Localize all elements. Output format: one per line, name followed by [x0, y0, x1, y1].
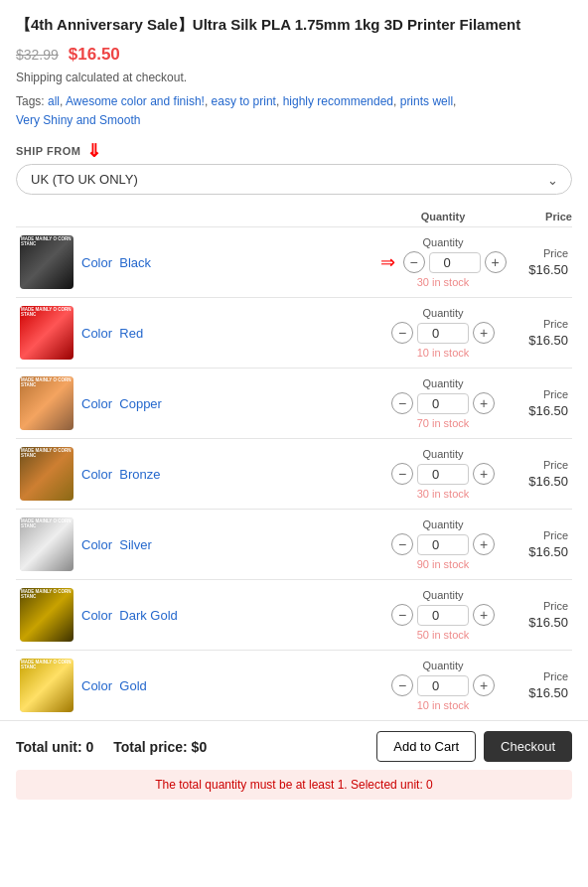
- qty-increase-5[interactable]: +: [473, 533, 495, 555]
- shipping-text: Shipping calculated at checkout.: [16, 71, 572, 84]
- tag-all[interactable]: all: [48, 94, 60, 108]
- color-name-1: Color Black: [81, 255, 151, 270]
- price-header-7: Price: [516, 670, 568, 682]
- qty-input-7[interactable]: [417, 675, 469, 696]
- total-price-label: Total price:: [113, 739, 187, 755]
- tag-awesome[interactable]: Awesome color and finish!: [66, 94, 205, 108]
- qty-cell-1: Quantity ⇒ − + 30 in stock: [373, 227, 513, 298]
- stock-text-1: 30 in stock: [377, 276, 509, 288]
- qty-increase-6[interactable]: +: [473, 604, 495, 626]
- qty-increase-4[interactable]: +: [473, 463, 495, 485]
- ship-from-wrapper: UK (TO UK ONLY) ⌄: [16, 164, 572, 195]
- total-price: Total price: $0: [113, 739, 207, 755]
- qty-input-5[interactable]: [417, 534, 469, 555]
- qty-input-4[interactable]: [417, 464, 469, 485]
- table-row: MADE MAINLY O CORN STANC Color Dark Gold…: [16, 580, 572, 651]
- table-row: MADE MAINLY O CORN STANC Color Red Quant…: [16, 298, 572, 369]
- price-value-3: $16.50: [516, 403, 568, 418]
- qty-increase-1[interactable]: +: [485, 251, 507, 273]
- product-thumb-2: MADE MAINLY O CORN STANC: [20, 306, 74, 360]
- tag-shiny[interactable]: Very Shiny and Smooth: [16, 113, 140, 127]
- qty-label-6: Quantity: [377, 589, 509, 601]
- price-cell-2: Price $16.50: [513, 298, 572, 369]
- price-cell-4: Price $16.50: [513, 439, 572, 510]
- add-to-cart-button[interactable]: Add to Cart: [376, 731, 476, 762]
- qty-label-4: Quantity: [377, 448, 509, 460]
- product-thumb-6: MADE MAINLY O CORN STANC: [20, 588, 74, 642]
- table-row: MADE MAINLY O CORN STANC Color Copper Qu…: [16, 369, 572, 439]
- product-thumb-5: MADE MAINLY O CORN STANC: [20, 517, 74, 571]
- qty-increase-3[interactable]: +: [473, 392, 495, 414]
- price-sale: $16.50: [69, 45, 120, 65]
- qty-cell-6: Quantity − + 50 in stock: [373, 580, 513, 651]
- arrow-down-icon: ⇓: [86, 142, 102, 160]
- price-original: $32.99: [16, 47, 59, 63]
- price-header-3: Price: [516, 388, 568, 400]
- price-header-2: Price: [516, 318, 568, 330]
- ship-from-label: SHIP FROM ⇓: [16, 142, 572, 160]
- qty-increase-2[interactable]: +: [473, 322, 495, 344]
- checkout-button[interactable]: Checkout: [484, 731, 572, 762]
- col-header-price: Price: [513, 207, 572, 227]
- color-name-4: Color Bronze: [81, 467, 160, 482]
- table-row: MADE MAINLY O CORN STANC Color Bronze Qu…: [16, 439, 572, 510]
- arrow-right-icon: ⇒: [380, 251, 395, 273]
- qty-input-1[interactable]: [429, 252, 481, 273]
- qty-decrease-4[interactable]: −: [391, 463, 413, 485]
- footer-bar: Total unit: 0 Total price: $0 Add to Car…: [0, 720, 588, 810]
- price-value-4: $16.50: [516, 474, 568, 489]
- price-header-5: Price: [516, 529, 568, 541]
- col-header-quantity: Quantity: [373, 207, 513, 227]
- color-name-2: Color Red: [81, 326, 143, 341]
- tag-prints[interactable]: prints well: [400, 94, 453, 108]
- qty-decrease-7[interactable]: −: [391, 674, 413, 696]
- price-cell-6: Price $16.50: [513, 580, 572, 651]
- qty-label-3: Quantity: [377, 377, 509, 389]
- qty-label-1: Quantity: [377, 236, 509, 248]
- qty-input-3[interactable]: [417, 393, 469, 414]
- total-price-value: $0: [192, 739, 208, 755]
- table-row: MADE MAINLY O CORN STANC Color Black Qua…: [16, 227, 572, 298]
- qty-decrease-5[interactable]: −: [391, 533, 413, 555]
- price-header-6: Price: [516, 600, 568, 612]
- total-unit-label: Total unit:: [16, 739, 82, 755]
- qty-input-6[interactable]: [417, 605, 469, 626]
- color-cell-6: MADE MAINLY O CORN STANC Color Dark Gold: [16, 580, 373, 651]
- price-value-6: $16.50: [516, 615, 568, 630]
- price-header-1: Price: [516, 247, 568, 259]
- color-cell-2: MADE MAINLY O CORN STANC Color Red: [16, 298, 373, 369]
- price-cell-3: Price $16.50: [513, 369, 572, 439]
- stock-text-7: 10 in stock: [377, 699, 509, 711]
- footer-buttons: Add to Cart Checkout: [376, 731, 572, 762]
- qty-decrease-3[interactable]: −: [391, 392, 413, 414]
- color-name-6: Color Dark Gold: [81, 608, 178, 623]
- color-cell-7: MADE MAINLY O CORN STANC Color Gold: [16, 651, 373, 721]
- qty-decrease-1[interactable]: −: [403, 251, 425, 273]
- total-unit: Total unit: 0: [16, 739, 93, 755]
- product-thumb-1: MADE MAINLY O CORN STANC: [20, 235, 74, 289]
- ship-from-select[interactable]: UK (TO UK ONLY): [16, 164, 572, 195]
- qty-cell-7: Quantity − + 10 in stock: [373, 651, 513, 721]
- color-cell-1: MADE MAINLY O CORN STANC Color Black: [16, 227, 373, 298]
- total-unit-value: 0: [86, 739, 94, 755]
- stock-text-2: 10 in stock: [377, 347, 509, 359]
- qty-increase-7[interactable]: +: [473, 674, 495, 696]
- qty-cell-5: Quantity − + 90 in stock: [373, 510, 513, 580]
- color-name-7: Color Gold: [81, 678, 147, 693]
- stock-text-4: 30 in stock: [377, 488, 509, 500]
- tags-prefix: Tags:: [16, 94, 48, 108]
- color-name-5: Color Silver: [81, 537, 152, 552]
- qty-decrease-6[interactable]: −: [391, 604, 413, 626]
- items-table: Quantity Price MADE MAINLY O CORN STANC …: [16, 207, 572, 720]
- tag-recommended[interactable]: highly recommended: [283, 94, 393, 108]
- price-header-4: Price: [516, 459, 568, 471]
- qty-cell-3: Quantity − + 70 in stock: [373, 369, 513, 439]
- tag-easy[interactable]: easy to print: [212, 94, 276, 108]
- qty-label-7: Quantity: [377, 660, 509, 671]
- color-cell-4: MADE MAINLY O CORN STANC Color Bronze: [16, 439, 373, 510]
- qty-input-2[interactable]: [417, 323, 469, 344]
- color-cell-3: MADE MAINLY O CORN STANC Color Copper: [16, 369, 373, 439]
- qty-decrease-2[interactable]: −: [391, 322, 413, 344]
- col-header-color: [16, 207, 373, 227]
- stock-text-3: 70 in stock: [377, 417, 509, 429]
